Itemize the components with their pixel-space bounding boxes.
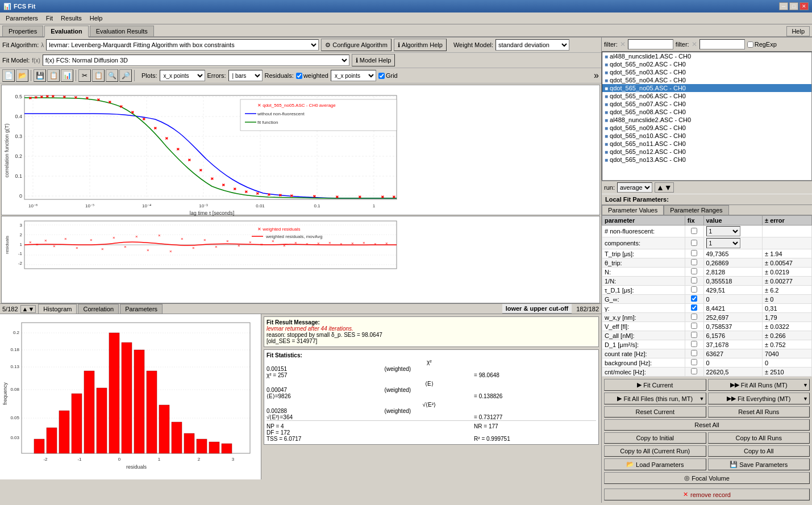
fix-checkbox[interactable] <box>691 250 697 256</box>
fix-checkbox[interactable] <box>691 295 697 302</box>
file-item[interactable]: ■qdot_565_no07.ASC - CH0 <box>602 100 811 108</box>
plots-type-select[interactable]: x_x points <box>160 70 205 81</box>
param-value-cell[interactable]: 0,355518 <box>703 277 763 286</box>
fit-everything-button[interactable]: ▶▶ Fit Everything (MT) ▼ <box>708 393 810 404</box>
file-list[interactable]: ■al488_nuncslide1.ASC - CH0■qdot_565_no0… <box>602 52 812 181</box>
remove-record-button[interactable]: ✕ remove record <box>604 489 810 500</box>
reset-all-runs-button[interactable]: Reset All Runs <box>708 406 810 418</box>
menu-parameters[interactable]: Parameters <box>2 14 41 23</box>
tab-evaluation-results[interactable]: Evaluation Results <box>90 26 154 36</box>
param-value-cell[interactable]: 63627 <box>703 349 763 358</box>
maximize-button[interactable]: □ <box>789 2 798 10</box>
toolbar-btn-9[interactable]: 🔎 <box>119 69 132 82</box>
expand-button[interactable]: » <box>594 70 599 81</box>
param-fix[interactable] <box>685 331 703 340</box>
regexp-checkbox[interactable] <box>747 41 753 48</box>
toolbar-btn-8[interactable]: 🔍 <box>106 69 118 82</box>
fit-current-button[interactable]: ▶ Fit Current <box>604 379 706 391</box>
fit-all-files-button[interactable]: ▶ Fit All Files (this run, MT) ▼ <box>604 393 706 404</box>
toolbar-btn-1[interactable]: 📄 <box>2 69 15 82</box>
param-fix[interactable] <box>685 277 703 286</box>
reset-all-button[interactable]: Reset All <box>604 419 810 431</box>
file-item[interactable]: ■al488_nuncslide2.ASC - CH0 <box>602 116 811 124</box>
copy-to-all-button[interactable]: Copy to All <box>708 445 810 457</box>
param-fix[interactable] <box>685 349 703 358</box>
file-item[interactable]: ■qdot_565_no05.ASC - CH0 <box>602 84 811 92</box>
param-fix[interactable] <box>685 258 703 268</box>
fix-checkbox[interactable] <box>691 259 697 265</box>
param-fix[interactable] <box>685 322 703 331</box>
copy-to-initial-button[interactable]: Copy to Initial <box>604 432 706 444</box>
focal-volume-button[interactable]: ◎ Focal Volume <box>604 472 810 484</box>
fix-checkbox[interactable] <box>691 332 697 338</box>
model-help-button[interactable]: ℹ Model Help <box>352 54 395 66</box>
dropdown-arrow-3[interactable]: ▼ <box>803 396 808 402</box>
weighted-checkbox[interactable] <box>296 73 302 79</box>
param-value-cell[interactable]: 8,4421 <box>703 304 763 313</box>
param-fix[interactable] <box>685 226 703 237</box>
toolbar-btn-6[interactable]: ✂ <box>78 69 91 82</box>
fix-checkbox[interactable] <box>691 341 697 347</box>
fix-checkbox[interactable] <box>691 304 697 311</box>
grid-checkbox[interactable] <box>378 73 385 79</box>
param-select[interactable]: 1 <box>706 226 740 236</box>
algorithm-help-button[interactable]: ℹ Algorithm Help <box>394 39 447 51</box>
param-fix[interactable] <box>685 304 703 313</box>
fix-checkbox[interactable] <box>691 323 697 329</box>
param-fix[interactable] <box>685 249 703 258</box>
file-item[interactable]: ■qdot_565_no10.ASC - CH0 <box>602 132 811 140</box>
menu-help[interactable]: Help <box>86 14 106 23</box>
toolbar-btn-2[interactable]: 📂 <box>16 69 28 82</box>
dropdown-arrow-2[interactable]: ▼ <box>699 396 705 402</box>
record-nav[interactable]: ▲▼ <box>20 305 36 313</box>
fix-checkbox[interactable] <box>691 228 697 234</box>
fit-algorithm-select[interactable]: levmar: Levenberg-Marquardt Fitting Algo… <box>46 39 319 51</box>
fix-checkbox[interactable] <box>691 314 697 320</box>
param-value-cell[interactable]: 0 <box>703 295 763 304</box>
tab-histogram[interactable]: Histogram <box>38 304 77 314</box>
filter-clear-1[interactable]: ✕ <box>620 40 626 48</box>
param-value-cell[interactable]: 1 <box>703 237 763 249</box>
residuals-type-select[interactable]: x_x points <box>331 70 376 81</box>
param-value-cell[interactable]: 6,1576 <box>703 331 763 340</box>
load-parameters-button[interactable]: 📂 Load Parameters <box>604 458 706 470</box>
file-item[interactable]: ■qdot_565_no04.ASC - CH0 <box>602 76 811 84</box>
filter-input-2[interactable] <box>699 39 745 49</box>
file-item[interactable]: ■qdot_565_no11.ASC - CH0 <box>602 140 811 148</box>
param-fix[interactable] <box>685 340 703 349</box>
param-value-cell[interactable]: 252,697 <box>703 313 763 322</box>
param-value-cell[interactable]: 0,26869 <box>703 258 763 268</box>
filter-input-1[interactable] <box>628 39 673 49</box>
run-nav[interactable]: ▲▼ <box>655 182 674 193</box>
file-item[interactable]: ■qdot_565_no08.ASC - CH0 <box>602 108 811 116</box>
minimize-button[interactable]: ─ <box>779 2 788 10</box>
configure-algorithm-button[interactable]: ⚙ Configure Algorithm <box>321 39 392 51</box>
filter-clear-2[interactable]: ✕ <box>692 40 697 48</box>
param-fix[interactable] <box>685 313 703 322</box>
tab-parameters[interactable]: Parameters <box>120 304 163 314</box>
fit-model-select[interactable]: f(x) FCS: Normal Diffusion 3D <box>43 55 349 66</box>
close-button[interactable]: ✕ <box>799 2 809 10</box>
fix-checkbox[interactable] <box>691 268 697 274</box>
file-item[interactable]: ■qdot_565_no06.ASC - CH0 <box>602 92 811 100</box>
run-select[interactable]: average <box>617 182 652 193</box>
toolbar-btn-3[interactable]: 💾 <box>34 69 46 82</box>
toolbar-btn-7[interactable]: 📋 <box>92 69 105 82</box>
fix-checkbox[interactable] <box>691 368 697 374</box>
param-value-cell[interactable]: 2,8128 <box>703 268 763 277</box>
param-value-cell[interactable]: 429,51 <box>703 286 763 295</box>
param-fix[interactable] <box>685 368 703 377</box>
dropdown-arrow[interactable]: ▼ <box>803 382 808 388</box>
tab-evaluation[interactable]: Evaluation <box>44 26 89 37</box>
param-value-cell[interactable]: 49,7365 <box>703 249 763 258</box>
param-value-cell[interactable]: 0,758537 <box>703 322 763 331</box>
toolbar-btn-4[interactable]: 📋 <box>47 69 60 82</box>
param-fix[interactable] <box>685 268 703 277</box>
param-fix[interactable] <box>685 237 703 249</box>
copy-to-all-runs-button[interactable]: Copy to All Runs <box>708 432 810 444</box>
fix-checkbox[interactable] <box>691 350 697 356</box>
help-button[interactable]: Help <box>786 26 810 36</box>
menu-fit[interactable]: Fit <box>43 14 56 23</box>
reset-current-button[interactable]: Reset Current <box>604 406 706 418</box>
param-fix[interactable] <box>685 358 703 368</box>
